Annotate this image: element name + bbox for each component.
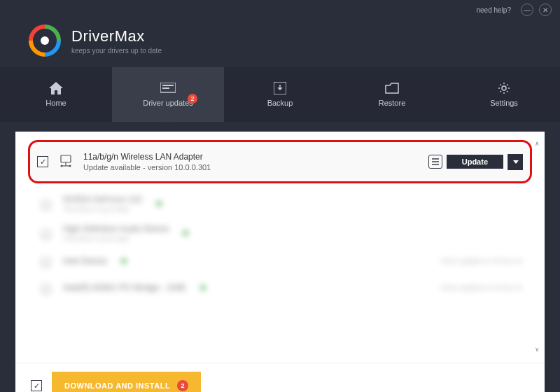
backup-icon <box>272 82 288 94</box>
nav-label: Settings <box>490 99 518 107</box>
driver-name: Intel(R) 82801 PCI Bridge - 244E <box>63 283 186 293</box>
footer-actions: DOWNLOAD AND INSTALL 2 <box>15 363 545 392</box>
display-icon: ▢ <box>38 196 53 211</box>
svg-rect-3 <box>162 88 169 89</box>
updates-badge: 2 <box>188 94 197 104</box>
svg-rect-2 <box>162 85 174 86</box>
minimize-button[interactable]: — <box>521 4 533 16</box>
download-label: DOWNLOAD AND INSTALL <box>64 382 170 390</box>
close-button[interactable]: ✕ <box>539 4 552 16</box>
checkbox[interactable] <box>37 156 48 167</box>
driver-row-highlighted[interactable]: 11a/b/g/n Wireless LAN Adapter Update av… <box>28 140 532 183</box>
updates-icon <box>160 82 176 94</box>
audio-icon: ▢ <box>38 225 53 241</box>
driver-name: 11a/b/g/n Wireless LAN Adapter <box>83 152 211 162</box>
download-badge: 2 <box>177 380 188 391</box>
nav-label: Backup <box>267 99 293 107</box>
scroll-up-icon[interactable]: ∧ <box>532 140 542 148</box>
status-dot-icon <box>183 230 188 236</box>
nav-home[interactable]: Home <box>0 67 112 122</box>
driver-row[interactable]: ▢ NVIDIA GeForce 210This driver is up-to… <box>31 189 529 218</box>
driver-name: Intel Device <box>63 256 107 266</box>
driver-date: Driver updated on 03-Nov-16 <box>441 258 522 265</box>
svg-rect-6 <box>61 155 71 162</box>
driver-name: NVIDIA GeForce 210 <box>63 195 142 204</box>
update-button[interactable]: Update <box>447 155 503 169</box>
scroll-down-icon[interactable]: ∨ <box>532 346 542 354</box>
driver-row[interactable]: ▢ High Definition Audio DeviceThis drive… <box>31 218 529 248</box>
driver-row[interactable]: ▢ Intel Device Driver updated on 03-Nov-… <box>31 248 529 274</box>
driver-list-panel: ∧ ∨ 11a/b/g/n Wireless LAN Adapter Updat… <box>15 132 545 363</box>
svg-point-0 <box>41 36 49 45</box>
driver-date: Driver updated on 03-Nov-16 <box>441 284 522 291</box>
main-nav: Home Driver updates 2 Backup Restore Set… <box>0 67 560 122</box>
nav-label: Home <box>46 99 66 107</box>
nav-label: Driver updates <box>143 99 193 107</box>
restore-icon <box>384 82 400 94</box>
update-dropdown[interactable] <box>507 154 523 170</box>
driver-status: This driver is up-to-date <box>63 235 169 242</box>
svg-point-10 <box>69 165 71 167</box>
device-icon: ▢ <box>38 280 53 295</box>
driver-status: This driver is up-to-date <box>63 206 142 213</box>
details-icon[interactable] <box>428 155 442 169</box>
device-icon: ▢ <box>38 253 53 269</box>
home-icon <box>48 82 64 94</box>
status-dot-icon <box>156 201 162 206</box>
gear-icon <box>496 82 512 94</box>
nav-backup[interactable]: Backup <box>224 67 336 122</box>
help-link[interactable]: need help? <box>477 6 512 14</box>
driver-name: High Definition Audio Device <box>63 224 169 234</box>
svg-point-5 <box>502 86 506 90</box>
app-subtitle: keeps your drivers up to date <box>71 47 162 55</box>
status-dot-icon <box>200 285 206 290</box>
brand-header: DriverMax keeps your drivers up to date <box>0 20 560 67</box>
nav-label: Restore <box>379 99 406 107</box>
svg-point-9 <box>61 165 63 167</box>
app-title: DriverMax <box>71 27 162 46</box>
status-dot-icon <box>121 258 127 264</box>
app-logo-icon <box>28 24 62 57</box>
nav-driver-updates[interactable]: Driver updates 2 <box>112 67 224 122</box>
network-adapter-icon <box>58 154 74 169</box>
driver-row[interactable]: ▢ Intel(R) 82801 PCI Bridge - 244E Drive… <box>31 274 529 301</box>
download-install-button[interactable]: DOWNLOAD AND INSTALL 2 <box>52 372 201 392</box>
scrollbar[interactable]: ∧ ∨ <box>532 140 542 354</box>
nav-settings[interactable]: Settings <box>448 67 560 122</box>
select-all-checkbox[interactable] <box>31 380 42 391</box>
nav-restore[interactable]: Restore <box>336 67 448 122</box>
driver-status: Update available - version 10.0.0.301 <box>83 163 211 172</box>
